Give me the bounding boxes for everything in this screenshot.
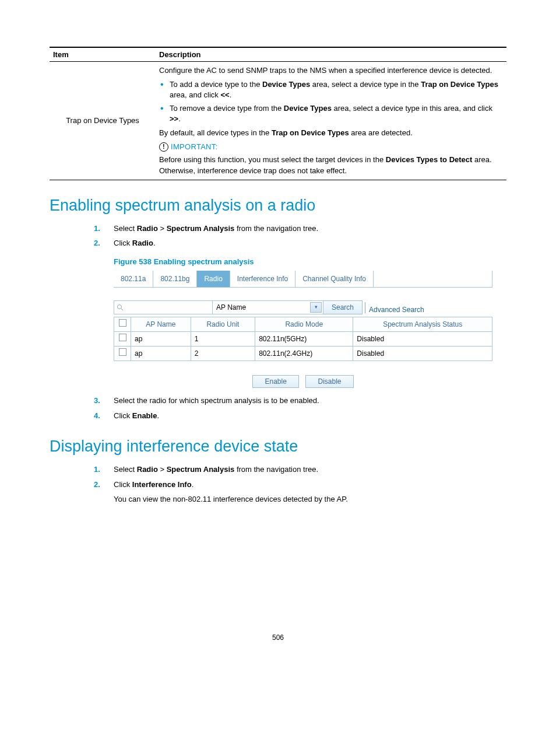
disable-button[interactable]: Disable	[305, 375, 353, 388]
step2-2: Click Interference Info. You can view th…	[114, 479, 506, 505]
bullet-remove: To remove a device type from the Device …	[170, 103, 503, 124]
heading-displaying: Displaying interference device state	[50, 438, 506, 456]
tab-row: 802.11a 802.11bg Radio Interference Info…	[114, 271, 492, 288]
tab-radio[interactable]: Radio	[197, 271, 230, 287]
figure-538: 802.11a 802.11bg Radio Interference Info…	[114, 271, 506, 388]
row-checkbox[interactable]	[119, 348, 126, 356]
search-row: AP Name ▾ Search Advanced Search	[114, 300, 492, 314]
svg-point-0	[118, 305, 122, 309]
th-desc: Description	[156, 47, 506, 62]
enable-button[interactable]: Enable	[252, 375, 298, 388]
search-field-dropdown[interactable]: AP Name ▾	[213, 300, 323, 314]
th-apname[interactable]: AP Name	[131, 317, 191, 332]
advanced-search-link[interactable]: Advanced Search	[365, 302, 424, 313]
tab-80211a[interactable]: 802.11a	[114, 271, 153, 287]
desc-intro: Configure the AC to send SNMP traps to t…	[159, 65, 503, 76]
search-icon	[117, 304, 124, 311]
definition-table: Item Description Trap on Device Types Co…	[50, 47, 506, 180]
step-3: Select the radio for which spectrum anal…	[114, 395, 506, 407]
step2-1: Select Radio > Spectrum Analysis from th…	[114, 464, 506, 475]
table-row: ap 2 802.11n(2.4GHz) Disabled	[114, 346, 492, 361]
step-1: Select Radio > Spectrum Analysis from th…	[114, 223, 506, 235]
search-input[interactable]	[114, 300, 213, 314]
tab-channel-quality[interactable]: Channel Quality Info	[295, 271, 374, 287]
figure-caption: Figure 538 Enabling spectrum analysis	[114, 256, 506, 268]
bullet-add: To add a device type to the Device Types…	[170, 79, 503, 100]
th-status[interactable]: Spectrum Analysis Status	[353, 317, 492, 332]
tab-spacer	[374, 271, 492, 287]
heading-enabling: Enabling spectrum analysis on a radio	[50, 197, 506, 215]
item-cell: Trap on Device Types	[50, 62, 156, 180]
important-label: ! IMPORTANT:	[159, 142, 218, 152]
search-button[interactable]: Search	[323, 300, 363, 314]
th-radiomode[interactable]: Radio Mode	[255, 317, 353, 332]
step-2: Click Radio. Figure 538 Enabling spectru…	[114, 237, 506, 388]
radio-table: AP Name Radio Unit Radio Mode Spectrum A…	[114, 317, 492, 361]
table-row: ap 1 802.11n(5GHz) Disabled	[114, 332, 492, 346]
step2-note: You can view the non-802.11 interference…	[114, 494, 506, 505]
th-radiounit[interactable]: Radio Unit	[191, 317, 255, 332]
page-number: 506	[50, 634, 506, 642]
desc-cell: Configure the AC to send SNMP traps to t…	[156, 62, 506, 180]
th-item: Item	[50, 47, 156, 62]
important-icon: !	[159, 142, 168, 152]
step-4: Click Enable.	[114, 410, 506, 422]
th-checkbox	[114, 317, 131, 332]
checkbox-all[interactable]	[119, 319, 126, 327]
tab-interference[interactable]: Interference Info	[230, 271, 295, 287]
row-checkbox[interactable]	[119, 334, 126, 341]
default-note: By default, all device types in the Trap…	[159, 128, 503, 138]
svg-line-1	[121, 309, 123, 310]
action-buttons: Enable Disable	[114, 375, 492, 388]
chevron-down-icon[interactable]: ▾	[310, 302, 322, 313]
tab-80211bg[interactable]: 802.11bg	[153, 271, 197, 287]
important-note: Before using this function, you must sel…	[159, 155, 503, 176]
